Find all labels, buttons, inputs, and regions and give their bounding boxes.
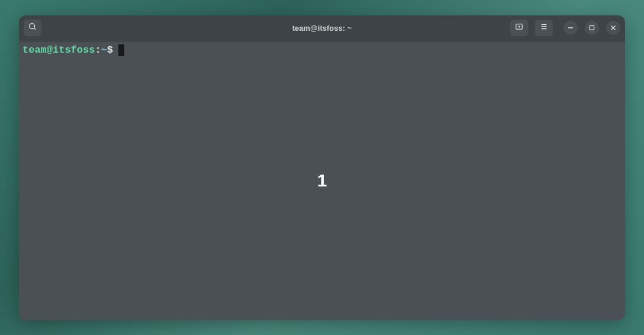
svg-line-1: [34, 28, 36, 30]
new-tab-icon: [515, 22, 523, 33]
prompt-symbol: $: [107, 44, 113, 57]
prompt-user-host: team@itsfoss: [22, 44, 95, 57]
svg-point-0: [30, 24, 35, 29]
hamburger-menu-icon: [540, 22, 548, 33]
window-controls: [564, 21, 620, 35]
menu-button[interactable]: [535, 20, 553, 36]
search-icon: [28, 22, 37, 33]
prompt-separator: :: [95, 44, 101, 57]
prompt-path: ~: [101, 44, 107, 57]
close-icon: [610, 22, 616, 33]
new-tab-button[interactable]: [510, 20, 528, 36]
window-title: team@itsfoss: ~: [292, 24, 352, 33]
minimize-icon: [568, 22, 574, 33]
overlay-number: 1: [317, 170, 327, 191]
maximize-button[interactable]: [585, 21, 599, 35]
terminal-cursor: [118, 44, 124, 56]
titlebar-left: [24, 20, 41, 36]
svg-rect-9: [590, 26, 594, 30]
terminal-body[interactable]: team@itsfoss:~$ 1: [19, 41, 625, 320]
minimize-button[interactable]: [564, 21, 578, 35]
titlebar[interactable]: team@itsfoss: ~: [19, 15, 625, 41]
prompt-line: team@itsfoss:~$: [22, 44, 622, 57]
maximize-icon: [589, 22, 595, 33]
search-button[interactable]: [24, 20, 41, 36]
close-button[interactable]: [606, 21, 620, 35]
titlebar-right: [510, 20, 620, 36]
terminal-window: team@itsfoss: ~: [19, 15, 625, 320]
